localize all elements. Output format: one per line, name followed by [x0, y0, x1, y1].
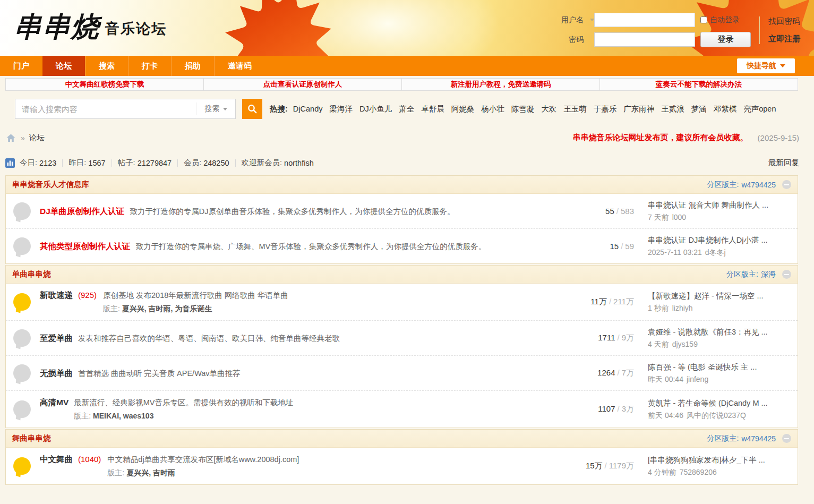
section-moderator-link[interactable]: w4794425: [741, 434, 776, 443]
section-moderator-link[interactable]: w4794425: [741, 181, 776, 189]
hot-keyword[interactable]: 梦涵: [691, 104, 707, 114]
nav-tab-donate[interactable]: 捐助: [171, 56, 214, 76]
hot-keyword[interactable]: 卓舒晨: [421, 104, 444, 114]
last-post-title[interactable]: 串串烧认证 混音大师 舞曲制作人 ...: [648, 201, 768, 209]
search-input[interactable]: [15, 100, 196, 118]
forum-stats: 今日: 2123 昨日: 1567 帖子: 21279847 会员: 24825…: [0, 158, 814, 168]
last-post-user[interactable]: jinfeng: [687, 375, 708, 383]
stat-members-value: 248250: [203, 159, 229, 167]
forum-row: 新歌速递 (925) 原创基地 发布2018年最新流行歌曲 网络歌曲 华语单曲 …: [6, 284, 798, 320]
section-title[interactable]: 舞曲串串烧: [12, 433, 51, 443]
moderator-names[interactable]: 夏兴兴, 吉时雨: [126, 468, 175, 477]
stat-posts-label: 帖子:: [118, 158, 135, 168]
collapse-icon[interactable]: [782, 434, 791, 443]
forum-link[interactable]: 中文舞曲: [40, 454, 73, 465]
last-post-title[interactable]: 袁娅维 - 说散就散《前任3：再见 ...: [648, 328, 768, 336]
forum-today-count: (925): [78, 289, 97, 301]
search-button[interactable]: [242, 99, 262, 119]
last-post-user[interactable]: d冬冬j: [705, 248, 726, 257]
forum-link[interactable]: 高清MV: [40, 397, 68, 408]
bar-chart-icon: [5, 158, 15, 168]
last-post-title[interactable]: 陈百强 - 等 (电影 圣诞快乐 主 ...: [648, 363, 757, 371]
hot-keyword[interactable]: 梁海洋: [329, 104, 353, 114]
announcement-link[interactable]: 新注册用户教程，免费送邀请码: [401, 79, 599, 90]
nav-tab-search[interactable]: 搜索: [85, 56, 128, 76]
last-post: [串串烧狗狗独家发布]林夕_下半 ... 4 分钟前752869206: [648, 455, 790, 477]
quick-nav-button[interactable]: 快捷导航: [737, 58, 795, 73]
login-button[interactable]: 登录: [700, 32, 751, 47]
logo-text: 串串烧: [14, 12, 100, 41]
home-icon[interactable]: [6, 134, 15, 142]
forum-counts: 55/583: [575, 207, 634, 216]
password-input[interactable]: [594, 32, 695, 47]
forum-link[interactable]: 至爱单曲: [40, 332, 73, 344]
quick-nav-label: 快捷导航: [747, 61, 776, 71]
login-panel: 用户名 自动登录 密码 登录 找回密码 立即注册: [558, 13, 800, 47]
hot-keyword[interactable]: DJ小鱼儿: [359, 104, 392, 114]
hot-keyword[interactable]: 邓紫棋: [714, 104, 737, 114]
last-post-title[interactable]: 串串烧认证 DJ串烧制作人Dj小湛 ...: [648, 236, 768, 244]
hot-keyword[interactable]: 杨小壮: [481, 104, 504, 114]
search-row: 搜索 热搜: DjCandy 梁海洋 DJ小鱼儿 萧全 卓舒晨 阿妮桑 杨小壮 …: [0, 91, 814, 122]
last-post-title[interactable]: [串串烧狗狗独家发布]林夕_下半 ...: [648, 456, 765, 464]
newest-member-link[interactable]: northfish: [284, 159, 314, 167]
nav-tab-checkin[interactable]: 打卡: [128, 56, 171, 76]
hot-keyword[interactable]: 萧全: [399, 104, 414, 114]
hot-keyword[interactable]: 广东雨神: [623, 104, 654, 114]
forum-counts: 15万/1179万: [575, 461, 634, 471]
hot-keyword[interactable]: 王玉萌: [563, 104, 587, 114]
username-input[interactable]: [594, 13, 695, 27]
section-title[interactable]: 串串烧音乐人才信息库: [12, 180, 89, 190]
announcement-link[interactable]: 点击查看认证原创制作人: [203, 79, 401, 90]
moderator-names[interactable]: MEIKAI, waes103: [93, 412, 153, 420]
collapse-icon[interactable]: [782, 180, 791, 189]
nav-tab-invite[interactable]: 邀请码: [214, 56, 265, 76]
stat-yesterday-value: 1567: [88, 159, 105, 167]
auto-login-checkbox[interactable]: [700, 16, 707, 23]
forum-row: 其他类型原创制作人认证 致力于打造你的专属串烧、广场舞、MV音乐体验，集聚众多优…: [6, 228, 798, 263]
last-post-user[interactable]: 752869206: [680, 468, 717, 476]
last-post-user[interactable]: 风中的传说0237Q: [687, 411, 746, 420]
forum-description: 致力于打造你的专属串烧、广场舞、MV音乐体验，集聚众多优秀制作人，为你提供全方位…: [136, 241, 486, 252]
hot-keyword[interactable]: 亮声open: [743, 104, 776, 114]
hot-keyword[interactable]: 大欢: [541, 104, 556, 114]
forum-description: 致力于打造你的专属DJ原创单曲音乐体验，集聚众多优秀制作人，为你提供全方位的优质…: [130, 206, 455, 217]
search-type-dropdown[interactable]: 搜索: [196, 102, 235, 115]
forum-link[interactable]: 其他类型原创制作人认证: [40, 241, 131, 252]
last-post-time: 4 分钟前: [648, 468, 676, 476]
moderator-names[interactable]: 夏兴兴, 吉时雨, 为音乐诞生: [122, 304, 212, 313]
hot-keyword[interactable]: 于嘉乐: [594, 104, 617, 114]
forum-bubble-icon: [13, 329, 31, 347]
site-notice-link[interactable]: 串串烧音乐论坛网址发布页，建议所有会员收藏。: [573, 133, 748, 143]
last-post-user[interactable]: l000: [672, 213, 686, 221]
nav-tab-portal[interactable]: 门户: [0, 56, 42, 76]
forum-link[interactable]: DJ单曲原创制作人认证: [40, 206, 124, 217]
register-link[interactable]: 立即注册: [768, 34, 800, 44]
last-post-user[interactable]: lizhiyh: [672, 304, 693, 312]
collapse-icon[interactable]: [782, 270, 791, 279]
section-title[interactable]: 单曲串串烧: [12, 269, 51, 279]
hot-keyword[interactable]: 王贰浪: [661, 104, 684, 114]
section-moderator-link[interactable]: 深海: [761, 270, 776, 279]
hot-keyword[interactable]: DjCandy: [293, 105, 323, 113]
forum-moderators: 版主: 夏兴兴, 吉时雨, 为音乐诞生: [103, 303, 288, 314]
breadcrumb-forum[interactable]: 论坛: [29, 133, 45, 143]
section-singles: 单曲串串烧 分区版主: 深海 新歌速递 (925) 原创基地 发布2018年最新…: [5, 265, 798, 428]
chevron-down-icon[interactable]: [590, 19, 594, 21]
forum-link[interactable]: 新歌速递: [40, 289, 73, 301]
find-password-link[interactable]: 找回密码: [768, 16, 800, 27]
announcement-link[interactable]: 蓝奏云不能下载的解决办法: [599, 79, 798, 90]
last-post-user[interactable]: djys159: [672, 340, 698, 348]
announcement-link[interactable]: 中文舞曲红歌榜免费下载: [6, 79, 203, 90]
hot-keyword[interactable]: 陈雪凝: [511, 104, 535, 114]
last-post-title[interactable]: 【新歌速递】赵洋 - 情深一场空 ...: [648, 292, 764, 300]
section-mod-label: 分区版主:: [707, 180, 739, 190]
forum-link[interactable]: 无损单曲: [40, 368, 73, 379]
last-post-title[interactable]: 黄凯芹 - 若生命等候 (DjCandy M ...: [648, 399, 768, 407]
nav-tab-forum[interactable]: 论坛: [42, 56, 85, 76]
forum-counts: 1264/7万: [575, 368, 634, 378]
last-post-time: 2025-7-11 03:21: [648, 248, 702, 257]
hot-keyword[interactable]: 阿妮桑: [451, 104, 475, 114]
latest-reply-link[interactable]: 最新回复: [768, 158, 799, 168]
site-logo: 串串烧 音乐论坛: [14, 12, 167, 41]
